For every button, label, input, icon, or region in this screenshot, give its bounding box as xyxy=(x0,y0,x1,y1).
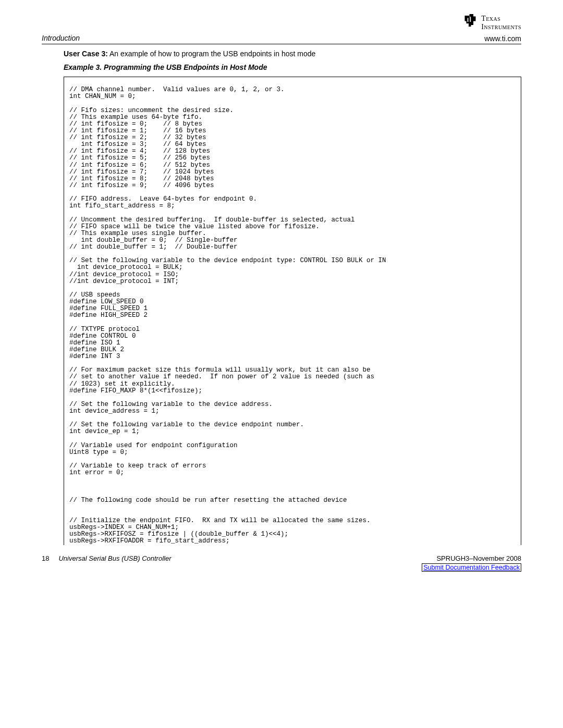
user-case-text: An example of how to program the USB end… xyxy=(108,50,315,58)
doc-title: Universal Serial Bus (USB) Controller xyxy=(58,554,171,562)
doc-id-date: SPRUGH3–November 2008 xyxy=(422,554,521,562)
svg-rect-1 xyxy=(470,17,471,22)
example-title: Example 3. Programming the USB Endpoints… xyxy=(64,63,521,71)
user-case-line: User Case 3: An example of how to progra… xyxy=(64,50,521,58)
content-area: User Case 3: An example of how to progra… xyxy=(64,50,521,545)
svg-rect-0 xyxy=(468,18,469,22)
section-title: Introduction xyxy=(42,34,80,43)
footer-left: 18 Universal Serial Bus (USB) Controller xyxy=(42,554,171,562)
ti-logo-text: Texas Instruments xyxy=(481,15,521,31)
page-header: Introduction Texas Instruments www.ti.co… xyxy=(42,15,521,44)
footer-right: SPRUGH3–November 2008 Submit Documentati… xyxy=(422,554,521,572)
page-number: 18 xyxy=(42,554,49,562)
logo-line1: Texas xyxy=(481,15,521,23)
logo-line2: Instruments xyxy=(481,23,521,31)
header-right: Texas Instruments www.ti.com xyxy=(462,15,521,43)
code-listing: // DMA channel number. Valid values are … xyxy=(64,77,521,545)
ti-chip-icon xyxy=(462,13,478,28)
svg-rect-2 xyxy=(470,17,470,17)
user-case-label: User Case 3: xyxy=(64,50,108,58)
feedback-link[interactable]: Submit Documentation Feedback xyxy=(422,563,521,572)
ti-logo: Texas Instruments xyxy=(462,15,521,31)
page: Introduction Texas Instruments www.ti.co… xyxy=(0,0,563,582)
header-url: www.ti.com xyxy=(484,34,521,43)
page-footer: 18 Universal Serial Bus (USB) Controller… xyxy=(42,554,521,572)
